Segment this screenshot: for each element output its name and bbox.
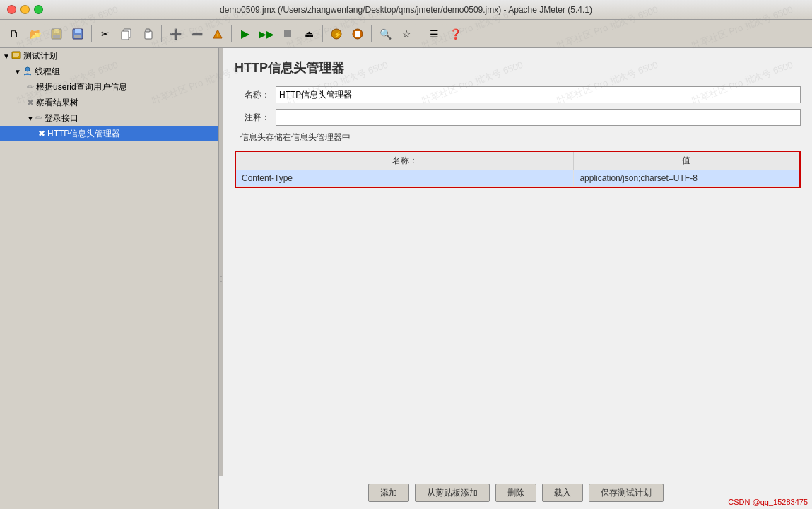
clear-all-button[interactable]: ! [208,24,228,44]
test-plan-label: 测试计划 [23,50,57,62]
search-button[interactable]: 🔍 [375,24,395,44]
expand-icon-test-plan: ▼ [3,52,10,60]
svg-rect-8 [145,31,152,39]
col-header-name: 名称： [236,152,574,170]
shutdown-button[interactable]: ⏏ [299,24,319,44]
add-clipboard-button[interactable]: 从剪贴板添加 [415,484,490,502]
thread-group-label: 线程组 [35,66,60,78]
separator-5 [371,25,372,42]
query-user-label: 根据userid查询用户信息 [36,81,127,93]
bottom-action-bar: 添加 从剪贴板添加 删除 载入 保存测试计划 [219,476,812,509]
sidebar-item-login-api[interactable]: ▼ ✏ 登录接口 [0,110,218,126]
delete-button[interactable]: 删除 [495,484,536,502]
separator-2 [161,25,162,42]
stop-button[interactable]: ⏹ [278,24,298,44]
comment-label: 注释： [235,112,270,124]
headers-table-container: 名称： 值 Content-Type application/json;char… [235,151,801,188]
window-controls[interactable] [7,5,43,14]
paste-button[interactable] [138,24,158,44]
titlebar: demo0509.jmx (/Users/zhangwenfang/Deskto… [0,0,812,20]
svg-rect-15 [355,31,360,37]
save-templates-button[interactable] [47,24,66,44]
remote-start-button[interactable]: ⚡ [326,24,346,44]
svg-point-20 [25,67,30,71]
svg-rect-1 [54,29,59,33]
table-row[interactable]: Content-Type application/json;charset=UT… [236,170,799,187]
window-title: demo0509.jmx (/Users/zhangwenfang/Deskto… [220,5,592,15]
svg-rect-9 [146,29,150,32]
remove-button[interactable]: ➖ [187,24,206,44]
run-button[interactable]: ▶ [235,24,255,44]
svg-text:!: ! [217,33,218,39]
close-button[interactable] [7,5,16,14]
info-note: 信息头存储在信息头管理器中 [235,131,801,144]
main-toolbar: 🗋 📂 ✂ ➕ ➖ ! ▶ ▶▶ ⏹ ⏏ ⚡ 🔍 ☆ ☰ ❓ [0,20,812,48]
new-button[interactable]: 🗋 [4,24,24,44]
sidebar-item-view-results[interactable]: ✖ 察看结果树 [0,95,218,110]
sidebar-item-thread-group[interactable]: ▼ 线程组 [0,64,218,79]
maximize-button[interactable] [34,5,43,14]
save-button[interactable] [68,24,88,44]
test-plan-icon [11,50,21,62]
separator-6 [420,25,420,42]
expand-icon-thread-group: ▼ [14,68,21,76]
query-user-icon: ✏ [27,82,34,92]
add-button-bottom[interactable]: 添加 [368,484,409,502]
clear-search-button[interactable]: ☆ [396,24,416,44]
panel-title: HTTP信息头管理器 [235,59,801,76]
expand-icon-login: ▼ [27,115,34,122]
name-row: 名称： [235,86,801,103]
separator-4 [322,25,323,42]
login-api-label: 登录接口 [45,112,78,124]
collapse-button[interactable]: ☰ [424,24,444,44]
load-button[interactable]: 载入 [542,484,583,502]
help-button[interactable]: ❓ [445,24,465,44]
header-value-cell: application/json;charset=UTF-8 [574,170,799,187]
thread-group-icon [23,66,33,78]
svg-rect-5 [74,35,81,38]
cut-button[interactable]: ✂ [95,24,115,44]
csdn-badge: CSDN @qq_15283475 [728,498,808,506]
svg-rect-7 [122,31,129,40]
view-results-label: 察看结果树 [36,97,78,109]
sidebar-item-query-user[interactable]: ✏ 根据userid查询用户信息 [0,79,218,95]
separator-1 [91,25,92,42]
name-label: 名称： [235,89,270,101]
http-header-label: HTTP信息头管理器 [47,128,120,140]
svg-rect-2 [53,35,60,38]
sidebar-item-http-header[interactable]: ✖ HTTP信息头管理器 [0,126,218,141]
headers-table: 名称： 值 Content-Type application/json;char… [236,152,799,187]
start-no-pause-button[interactable]: ▶▶ [257,24,276,44]
login-icon: ✏ [35,113,42,123]
test-tree-sidebar: ▼ 测试计划 ▼ 线程组 ✏ 根据userid查询用户信息 ✖ 察看结果树 ▼ [0,48,219,509]
remote-stop-button[interactable] [348,24,367,44]
name-input[interactable] [276,86,801,103]
comment-row: 注释： [235,109,801,126]
save-test-button[interactable]: 保存测试计划 [589,484,664,502]
main-layout: ▼ 测试计划 ▼ 线程组 ✏ 根据userid查询用户信息 ✖ 察看结果树 ▼ [0,48,812,509]
copy-button[interactable] [117,24,136,44]
comment-input[interactable] [276,109,801,126]
content-panel: HTTP信息头管理器 名称： 注释： 信息头存储在信息头管理器中 名称： 值 [223,48,812,509]
svg-text:⚡: ⚡ [334,30,342,39]
col-header-value: 值 [574,152,799,170]
svg-rect-4 [75,29,81,33]
add-button[interactable]: ➕ [165,24,185,44]
open-button[interactable]: 📂 [25,24,45,44]
sidebar-item-test-plan[interactable]: ▼ 测试计划 [0,48,218,64]
minimize-button[interactable] [20,5,30,14]
header-name-cell: Content-Type [236,170,574,187]
view-results-icon: ✖ [27,98,34,107]
separator-3 [231,25,232,42]
http-header-icon: ✖ [38,129,45,139]
